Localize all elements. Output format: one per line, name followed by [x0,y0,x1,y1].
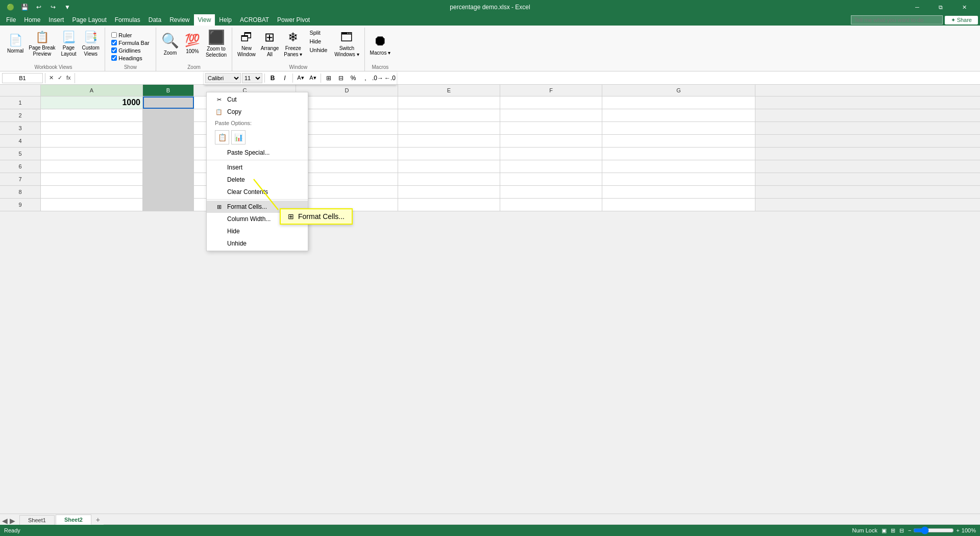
font-color-btn[interactable]: A▾ [307,72,318,84]
ctx-delete[interactable]: Delete [207,174,308,186]
cell-b2[interactable] [143,109,194,121]
menu-help[interactable]: Help [215,14,236,26]
cell-e2[interactable] [398,109,500,121]
sheet-tab-sheet2[interactable]: Sheet2 [56,515,91,525]
menu-acrobat[interactable]: ACROBAT [236,14,273,26]
restore-btn[interactable]: ⧉ [929,0,952,14]
bold-btn[interactable]: B [267,72,278,84]
zoom-in-btn[interactable]: + [956,527,959,533]
new-window-btn[interactable]: 🗗 NewWindow [235,29,258,59]
cell-b1[interactable] [143,96,194,109]
redo-qat-btn[interactable]: ↪ [47,1,59,13]
cell-g4[interactable] [602,135,755,147]
border-btn[interactable]: ⊞ [323,72,334,84]
zoom-out-btn[interactable]: − [908,527,911,533]
zoom-btn[interactable]: 🔍 Zoom [159,29,181,59]
cell-f8[interactable] [500,186,602,198]
unhide-btn[interactable]: Unhide [307,46,329,54]
cell-g9[interactable] [602,199,755,211]
italic-btn[interactable]: I [279,72,290,84]
col-header-f[interactable]: F [500,85,602,96]
cell-e7[interactable] [398,173,500,185]
cell-a8[interactable] [41,186,143,198]
cell-d3[interactable] [296,122,398,134]
cell-a7[interactable] [41,173,143,185]
hide-btn[interactable]: Hide [307,37,329,45]
split-btn[interactable]: Split [307,29,329,37]
tell-me-input[interactable] [851,15,943,25]
col-header-a[interactable]: A [41,85,143,96]
cell-a1[interactable]: 1000 [41,96,143,109]
cancel-formula-btn[interactable]: ✕ [47,75,55,81]
cell-b7[interactable] [143,173,194,185]
cell-b5[interactable] [143,148,194,160]
menu-file[interactable]: File [2,14,20,26]
view-page-break-btn[interactable]: ⊟ [899,527,904,534]
qat-dropdown[interactable]: ▼ [61,1,74,13]
cell-b3[interactable] [143,122,194,134]
cell-b6[interactable] [143,160,194,173]
cell-d7[interactable] [296,173,398,185]
ctx-hide[interactable]: Hide [207,225,308,237]
cell-g3[interactable] [602,122,755,134]
cell-e8[interactable] [398,186,500,198]
cell-a4[interactable] [41,135,143,147]
cell-f9[interactable] [500,199,602,211]
cell-g7[interactable] [602,173,755,185]
sheet-tab-sheet1[interactable]: Sheet1 [19,515,55,525]
sheet-nav-left[interactable]: ◀ [2,517,8,525]
cell-g1[interactable] [602,96,755,109]
col-header-d[interactable]: D [296,85,398,96]
gridlines-checkbox[interactable] [111,47,117,53]
col-header-e[interactable]: E [398,85,500,96]
menu-page-layout[interactable]: Page Layout [68,14,110,26]
cell-f7[interactable] [500,173,602,185]
view-page-layout-btn[interactable]: ⊞ [891,527,895,534]
merge-btn[interactable]: ⊟ [335,72,347,84]
sheet-nav-right[interactable]: ▶ [10,517,15,525]
page-layout-btn[interactable]: 📃 PageLayout [59,29,79,59]
cell-g5[interactable] [602,148,755,160]
cell-d8[interactable] [296,186,398,198]
font-select[interactable]: Calibri [205,73,241,83]
menu-insert[interactable]: Insert [44,14,68,26]
custom-views-btn[interactable]: 📑 CustomViews [80,29,102,59]
cell-f6[interactable] [500,160,602,173]
cell-a6[interactable] [41,160,143,173]
menu-data[interactable]: Data [144,14,165,26]
menu-power-pivot[interactable]: Power Pivot [273,14,314,26]
zoom-slider-area[interactable]: − + 100% [908,526,976,534]
increase-dec-btn[interactable]: .0→ [372,72,383,84]
macros-btn[interactable]: ⏺ Macros ▾ [368,29,393,59]
close-btn[interactable]: ✕ [952,0,976,14]
font-size-select[interactable]: 11 [242,73,262,83]
decrease-dec-btn[interactable]: ←.0 [384,72,396,84]
cell-a2[interactable] [41,109,143,121]
cell-f1[interactable] [500,96,602,109]
pct-btn[interactable]: % [348,72,359,84]
headings-checkbox[interactable] [111,55,117,61]
cell-d5[interactable] [296,148,398,160]
ruler-checkbox[interactable] [111,32,117,38]
share-btn[interactable]: ✦ Share [945,16,978,25]
zoom-100-btn[interactable]: 💯 100% [182,29,203,59]
cell-g2[interactable] [602,109,755,121]
cell-d6[interactable] [296,160,398,173]
cell-g6[interactable] [602,160,755,173]
col-header-g[interactable]: G [602,85,755,96]
ctx-insert[interactable]: Insert [207,161,308,174]
paste-icon-2[interactable]: 📊 [231,130,246,144]
minimize-btn[interactable]: ─ [905,0,929,14]
confirm-formula-btn[interactable]: ✓ [56,75,64,81]
cell-f5[interactable] [500,148,602,160]
cell-b4[interactable] [143,135,194,147]
add-sheet-btn[interactable]: + [92,515,104,525]
insert-function-btn[interactable]: fx [65,75,72,81]
ctx-copy[interactable]: 📋 Copy [207,106,308,118]
ctx-cut[interactable]: ✂ Cut [207,93,308,106]
col-header-b[interactable]: B [143,85,194,96]
menu-review[interactable]: Review [165,14,193,26]
ctx-unhide[interactable]: Unhide [207,237,308,250]
ctx-clear-contents[interactable]: Clear Contents [207,186,308,198]
cell-a3[interactable] [41,122,143,134]
